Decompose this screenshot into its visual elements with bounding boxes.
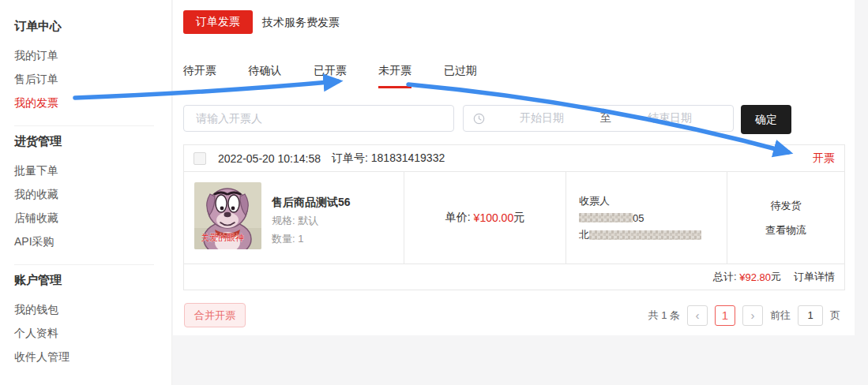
payee-phone-suffix: 05 xyxy=(633,212,644,224)
view-logistics-link[interactable]: 查看物流 xyxy=(765,223,806,237)
payee-address-prefix: 北 xyxy=(579,228,589,242)
unit-price-label: 单价: xyxy=(445,211,471,225)
total-unit: 元 xyxy=(771,270,781,284)
product-spec: 规格: 默认 xyxy=(272,214,351,228)
pagination-total: 共 1 条 xyxy=(648,308,680,323)
order-card: 2022-05-20 10:14:58 订单号: 181831419332 开票 xyxy=(183,144,845,290)
product-quantity: 数量: 1 xyxy=(272,232,351,246)
payee-phone: 05 xyxy=(579,212,714,224)
chevron-right-icon: › xyxy=(751,309,755,321)
order-datetime: 2022-05-20 10:14:58 xyxy=(218,152,321,165)
order-number: 订单号: 181831419332 xyxy=(332,151,445,166)
unit-price-value: ¥100.00 xyxy=(474,211,514,224)
tab-pending-invoice[interactable]: 待开票 xyxy=(183,64,216,86)
date-end-placeholder: 结束日期 xyxy=(616,111,723,125)
payee-cell: 收票人 05 北 xyxy=(566,172,727,264)
order-number-label: 订单号: xyxy=(332,151,368,164)
sidebar-section-title-order-center: 订单中心 xyxy=(14,19,171,34)
date-range-picker[interactable]: 开始日期 至 结束日期 xyxy=(463,105,734,132)
confirm-button[interactable]: 确定 xyxy=(741,105,791,134)
tab-tech-service-fee-invoice[interactable]: 技术服务费发票 xyxy=(251,10,351,34)
pagination-goto-label: 前往 xyxy=(770,308,791,323)
pagination-next-button[interactable]: › xyxy=(742,305,763,326)
total-amount: ¥92.80 xyxy=(739,271,771,283)
product-image-caption: 关爱的眼神 xyxy=(201,233,244,242)
product-qty-label: 数量: xyxy=(272,233,295,245)
order-card-footer: 总计: ¥92.80元 订单详情 xyxy=(184,264,844,290)
payee-search-input[interactable] xyxy=(183,105,454,132)
invoice-link[interactable]: 开票 xyxy=(813,151,835,166)
sidebar-divider xyxy=(14,264,154,265)
sidebar-item-my-wallet[interactable]: 我的钱包 xyxy=(14,297,171,321)
product-title[interactable]: 售后商品测试56 xyxy=(272,196,351,210)
product-qty-value: 1 xyxy=(298,233,303,245)
sidebar-item-my-favorites[interactable]: 我的收藏 xyxy=(14,182,171,206)
clock-icon xyxy=(473,113,485,125)
unit-price-unit: 元 xyxy=(513,211,524,225)
order-detail-link[interactable]: 订单详情 xyxy=(794,270,835,284)
product-info: 售后商品测试56 规格: 默认 数量: 1 xyxy=(272,182,351,253)
sidebar-item-my-invoices[interactable]: 我的发票 xyxy=(14,91,171,114)
shipping-status: 待发货 xyxy=(771,199,802,213)
invoice-panel: 订单发票 技术服务费发票 待开票 待确认 已开票 未开票 已过期 开始日期 至 … xyxy=(173,0,855,335)
tab-expired[interactable]: 已过期 xyxy=(444,64,477,86)
redacted-address-mosaic xyxy=(589,230,701,240)
unit-price-cell: 单价: ¥100.00元 xyxy=(404,172,566,264)
product-cell: 关爱的眼神 售后商品测试56 规格: 默认 数量: 1 xyxy=(184,172,404,264)
tab-invoiced[interactable]: 已开票 xyxy=(314,64,347,86)
payee-address: 北 xyxy=(579,228,714,242)
sidebar-item-shop-favorites[interactable]: 店铺收藏 xyxy=(14,206,171,230)
order-card-header: 2022-05-20 10:14:58 订单号: 181831419332 开票 xyxy=(184,145,844,172)
sidebar-divider xyxy=(14,125,154,126)
total-label: 总计: xyxy=(713,270,737,284)
sidebar-item-api-purchase[interactable]: API采购 xyxy=(14,230,171,253)
sidebar-item-bulk-order[interactable]: 批量下单 xyxy=(14,159,171,182)
pagination-page-unit: 页 xyxy=(830,308,840,323)
order-select-checkbox[interactable] xyxy=(194,152,206,165)
product-image[interactable]: 关爱的眼神 xyxy=(194,182,261,249)
merge-invoice-button[interactable]: 合并开票 xyxy=(184,303,246,327)
tab-pending-confirm[interactable]: 待确认 xyxy=(248,64,281,86)
tab-not-invoiced[interactable]: 未开票 xyxy=(378,64,411,88)
sidebar-section-title-account-management: 账户管理 xyxy=(14,273,171,288)
sidebar-section-title-purchase-management: 进货管理 xyxy=(14,134,171,149)
order-number-value: 181831419332 xyxy=(371,151,445,164)
sidebar-item-my-orders[interactable]: 我的订单 xyxy=(14,43,171,67)
pagination: 共 1 条 ‹ 1 › 前往 页 xyxy=(648,303,840,327)
sidebar-item-recipient-management[interactable]: 收件人管理 xyxy=(14,345,171,368)
sidebar-item-personal-profile[interactable]: 个人资料 xyxy=(14,321,171,345)
order-card-body: 关爱的眼神 售后商品测试56 规格: 默认 数量: 1 单价: xyxy=(184,172,844,264)
sidebar: 订单中心 我的订单 售后订单 我的发票 进货管理 批量下单 我的收藏 店铺收藏 … xyxy=(0,0,172,385)
product-spec-label: 规格: xyxy=(272,215,295,226)
pagination-prev-button[interactable]: ‹ xyxy=(687,305,708,326)
chevron-left-icon: ‹ xyxy=(696,309,700,321)
sidebar-item-after-sales-orders[interactable]: 售后订单 xyxy=(14,67,171,91)
product-spec-value: 默认 xyxy=(298,215,318,226)
tab-order-invoice[interactable]: 订单发票 xyxy=(183,10,253,34)
payee-label: 收票人 xyxy=(579,194,714,208)
redacted-phone-mosaic xyxy=(579,213,633,222)
status-tab-bar: 待开票 待确认 已开票 未开票 已过期 xyxy=(183,63,505,88)
date-start-placeholder: 开始日期 xyxy=(488,111,596,125)
date-range-separator: 至 xyxy=(596,111,616,125)
status-cell: 待发货 查看物流 xyxy=(727,172,844,264)
pagination-current-page[interactable]: 1 xyxy=(715,305,735,326)
pagination-goto-input[interactable] xyxy=(798,305,823,326)
